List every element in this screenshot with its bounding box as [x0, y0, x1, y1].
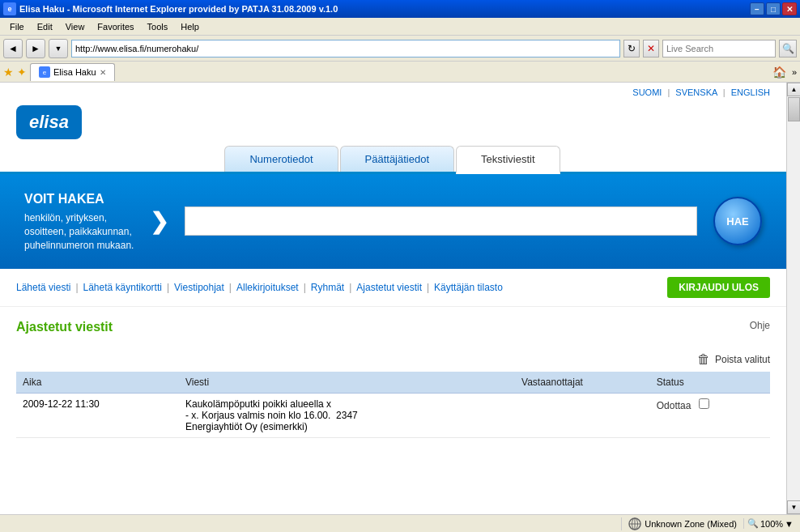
data-table: Aika Viesti Vastaanottajat Status 2009-1… [16, 372, 770, 438]
nav-viestipohjat[interactable]: Viestipohjat [174, 282, 224, 293]
forward-button[interactable]: ► [26, 39, 45, 58]
add-feeds[interactable]: ✦ [17, 66, 27, 79]
url-text: http://www.elisa.fi/numerohaku/ [75, 44, 198, 53]
scroll-track [787, 96, 800, 500]
zoom-dropdown[interactable]: ▼ [785, 519, 794, 529]
nav-laheta-viesti[interactable]: Lähetä viesti [16, 282, 70, 293]
banner-title: VOIT HAKEA [24, 190, 134, 208]
scrollbar: ▲ ▼ [786, 83, 800, 514]
stop-button[interactable]: ✕ [643, 40, 659, 57]
tab-label: Elisa Haku [53, 67, 96, 77]
table-row: 2009-12-22 11:30 Kaukolämpöputki poikki … [16, 393, 770, 437]
lang-en[interactable]: ENGLISH [731, 87, 770, 97]
content-area: SUOMI | SVENSKA | ENGLISH elisa Numeroti… [0, 83, 800, 514]
elisa-page: SUOMI | SVENSKA | ENGLISH elisa Numeroti… [0, 83, 786, 451]
banner-search-input[interactable] [185, 206, 697, 236]
table-toolbar: 🗑 Poista valitut [16, 347, 770, 372]
menu-bar: File Edit View Favorites Tools Help [0, 18, 800, 36]
status-bar: Unknown Zone (Mixed) 🔍 100% ▼ [0, 514, 800, 532]
menu-edit[interactable]: Edit [31, 20, 59, 33]
elisa-header: elisa [0, 99, 786, 146]
hae-button[interactable]: HAE [713, 197, 762, 245]
cell-aika: 2009-12-22 11:30 [16, 393, 179, 437]
title-bar: e Elisa Haku - Microsoft Internet Explor… [0, 0, 800, 18]
zone-label: Unknown Zone (Mixed) [645, 519, 737, 529]
menu-tools[interactable]: Tools [141, 20, 175, 33]
status-zoom: 🔍 100% ▼ [743, 518, 797, 529]
globe-icon [628, 517, 641, 530]
dropdown-button[interactable]: ▼ [49, 39, 68, 58]
cell-viesti: Kaukolämpöputki poikki alueella x- x. Ko… [179, 393, 515, 437]
language-bar: SUOMI | SVENSKA | ENGLISH [0, 83, 786, 99]
tab-close[interactable]: ✕ [100, 68, 106, 77]
content-section: Ohje Ajastetut viestit 🗑 Poista valitut … [0, 307, 786, 451]
col-vastaanottajat: Vastaanottajat [515, 372, 650, 394]
lang-sv[interactable]: SVENSKA [675, 87, 717, 97]
scroll-thumb[interactable] [788, 97, 800, 121]
elisa-logo[interactable]: elisa [16, 105, 82, 139]
tab-numerotiedot[interactable]: Numerotiedot [224, 146, 338, 172]
tab-tekstiviestit[interactable]: Tekstiviestit [456, 146, 560, 174]
scroll-down-button[interactable]: ▼ [787, 500, 800, 514]
section-header: Ohje Ajastetut viestit [16, 320, 770, 341]
nav-kayttajan-tilasto[interactable]: Käyttäjän tilasto [434, 282, 503, 293]
logout-button[interactable]: KIRJAUDU ULOS [667, 277, 770, 298]
col-viesti: Viesti [179, 372, 515, 394]
search-input[interactable] [662, 40, 776, 57]
browser-tab-elisa[interactable]: e Elisa Haku ✕ [30, 63, 115, 81]
refresh-button[interactable]: ↻ [623, 40, 640, 57]
delete-icon: 🗑 [697, 352, 710, 367]
menu-help[interactable]: Help [174, 20, 206, 33]
status-text: Odottaa [657, 400, 691, 411]
banner-arrow: ❯ [150, 208, 168, 235]
maximize-button[interactable]: □ [766, 2, 781, 15]
search-banner: VOIT HAKEA henkilön, yrityksen,osoitteen… [0, 174, 786, 269]
help-link[interactable]: Ohje [750, 320, 770, 331]
section-title: Ajastetut viestit [16, 320, 770, 334]
search-go-button[interactable]: 🔍 [779, 40, 797, 57]
tab-favicon: e [39, 66, 50, 78]
close-button[interactable]: ✕ [782, 2, 797, 15]
menu-favorites[interactable]: Favorites [91, 20, 140, 33]
elisa-tabs: Numerotiedot Päättäjätiedot Tekstiviesti… [0, 146, 786, 174]
lang-fi[interactable]: SUOMI [632, 87, 662, 97]
address-bar: ◄ ► ▼ http://www.elisa.fi/numerohaku/ ↻ … [0, 36, 800, 62]
menu-view[interactable]: View [59, 20, 91, 33]
favorites-star[interactable]: ★ [3, 66, 14, 79]
zoom-level: 100% [760, 519, 783, 529]
app-icon: e [3, 2, 16, 15]
nav-kaytikortti[interactable]: Lähetä käyntikortti [83, 282, 162, 293]
scroll-up-button[interactable]: ▲ [787, 83, 800, 96]
col-aika: Aika [16, 372, 179, 394]
page-content: SUOMI | SVENSKA | ENGLISH elisa Numeroti… [0, 83, 786, 514]
banner-text: VOIT HAKEA henkilön, yrityksen,osoitteen… [24, 190, 134, 253]
col-status: Status [650, 372, 770, 394]
home-button[interactable]: 🏠 [771, 63, 789, 81]
nav-allekirjoitukset[interactable]: Allekirjoitukset [236, 282, 299, 293]
nav-ajastetut[interactable]: Ajastetut viestit [356, 282, 422, 293]
zoom-icon: 🔍 [747, 518, 759, 529]
menu-file[interactable]: File [3, 20, 31, 33]
cell-vastaanottajat [515, 393, 650, 437]
delete-selected-link[interactable]: Poista valitut [715, 354, 770, 365]
minimize-button[interactable]: − [750, 2, 764, 15]
status-zone: Unknown Zone (Mixed) [621, 517, 743, 530]
address-field[interactable]: http://www.elisa.fi/numerohaku/ [71, 40, 620, 57]
back-button[interactable]: ◄ [3, 39, 23, 58]
banner-subtitle: henkilön, yrityksen,osoitteen, paikkakun… [24, 211, 134, 252]
tab-paattajatiedot[interactable]: Päättäjätiedot [340, 146, 455, 172]
cell-status: Odottaa [650, 393, 770, 437]
window-title: Elisa Haku - Microsoft Internet Explorer… [19, 4, 338, 14]
nav-links: Lähetä viesti | Lähetä käyntikortti | Vi… [0, 269, 786, 307]
more-button[interactable]: » [792, 67, 797, 77]
nav-ryhmat[interactable]: Ryhmät [311, 282, 344, 293]
favorites-bar: ★ ✦ e Elisa Haku ✕ 🏠 » [0, 62, 800, 83]
row-checkbox[interactable] [699, 398, 709, 409]
